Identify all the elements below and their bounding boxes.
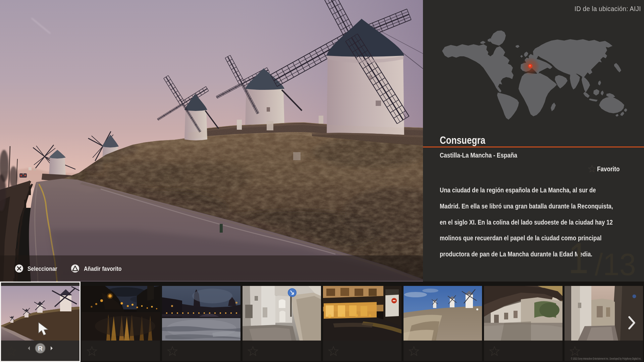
svg-text:R: R (38, 345, 43, 352)
